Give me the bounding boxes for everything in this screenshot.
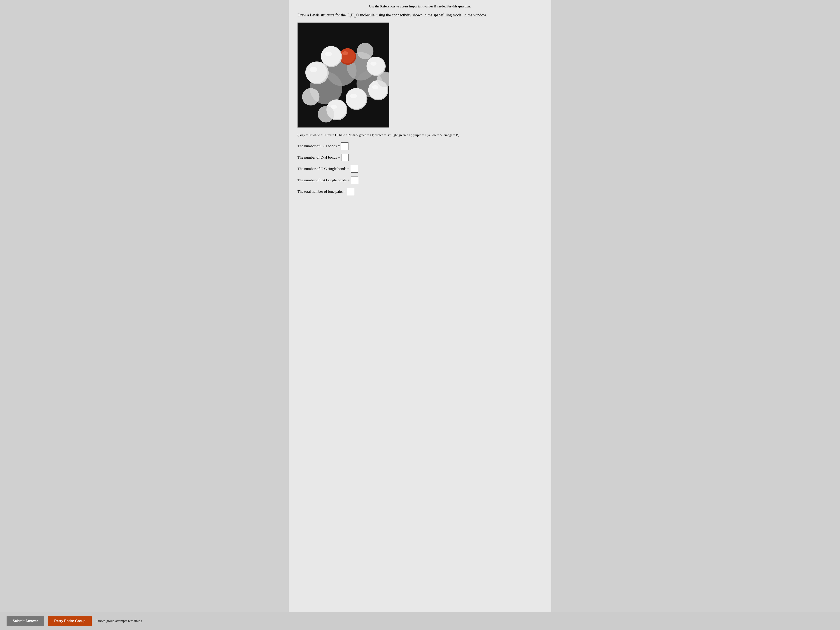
svg-point-12 (321, 46, 341, 66)
svg-point-7 (342, 51, 348, 55)
svg-point-26 (357, 43, 374, 60)
svg-point-29 (318, 106, 335, 123)
svg-point-28 (302, 88, 320, 106)
oh-bonds-row: The number of O-H bonds = (297, 154, 543, 161)
svg-point-16 (370, 62, 376, 66)
lone-pairs-row: The total number of lone pairs = (297, 188, 543, 195)
references-bar: Use the References to access important v… (297, 5, 543, 8)
cc-bonds-label: The number of C-C single bonds = (297, 167, 349, 171)
references-text: Use the References to access important v… (369, 5, 471, 8)
svg-point-19 (372, 85, 379, 89)
attempts-remaining-text: 9 more group attempts remaining (96, 619, 142, 623)
submit-answer-button[interactable]: Submit Answer (6, 616, 44, 626)
svg-point-13 (325, 52, 332, 56)
co-bonds-label: The number of C-O single bonds = (297, 178, 350, 182)
oh-bonds-label: The number of O-H bonds = (297, 155, 340, 160)
page-container: Use the References to access important v… (289, 0, 551, 630)
ch-bonds-input[interactable] (341, 142, 349, 150)
svg-point-22 (350, 94, 357, 98)
bond-fields-container: The number of C-H bonds = The number of … (297, 142, 543, 195)
cc-bonds-input[interactable] (351, 165, 358, 172)
co-bonds-input[interactable] (351, 177, 358, 184)
svg-point-10 (309, 67, 317, 73)
footer-bar: Submit Answer Retry Entire Group 9 more … (0, 612, 840, 630)
lone-pairs-input[interactable] (347, 188, 354, 195)
question-instruction: Draw a Lewis structure for the C4H10O mo… (297, 12, 543, 19)
lone-pairs-label: The total number of lone pairs = (297, 189, 346, 194)
retry-group-button[interactable]: Retry Entire Group (48, 616, 92, 626)
molecule-image (297, 22, 389, 128)
svg-point-6 (340, 48, 355, 64)
co-bonds-row: The number of C-O single bonds = (297, 177, 543, 184)
ch-bonds-label: The number of C-H bonds = (297, 144, 340, 148)
molecule-svg (298, 23, 389, 127)
ch-bonds-row: The number of C-H bonds = (297, 142, 543, 150)
oh-bonds-input[interactable] (341, 154, 349, 161)
svg-point-21 (346, 88, 366, 109)
cc-bonds-row: The number of C-C single bonds = (297, 165, 543, 172)
color-key: (Gray = C; white = H; red = O; blue = N;… (297, 133, 543, 137)
svg-point-9 (305, 62, 327, 84)
